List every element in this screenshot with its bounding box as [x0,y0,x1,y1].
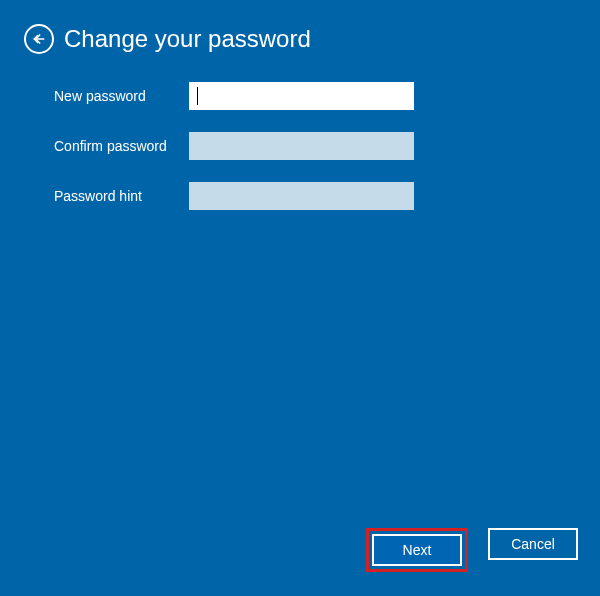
confirm-password-field[interactable] [189,132,414,160]
password-hint-field[interactable] [189,182,414,210]
confirm-password-label: Confirm password [54,138,189,154]
password-hint-label: Password hint [54,188,189,204]
password-form: New password Confirm password Password h… [0,54,600,210]
new-password-field[interactable] [189,82,414,110]
new-password-label: New password [54,88,189,104]
next-button-highlight: Next [366,528,468,572]
back-arrow-icon[interactable] [24,24,54,54]
cancel-button[interactable]: Cancel [488,528,578,560]
next-button[interactable]: Next [372,534,462,566]
page-title: Change your password [64,25,311,53]
